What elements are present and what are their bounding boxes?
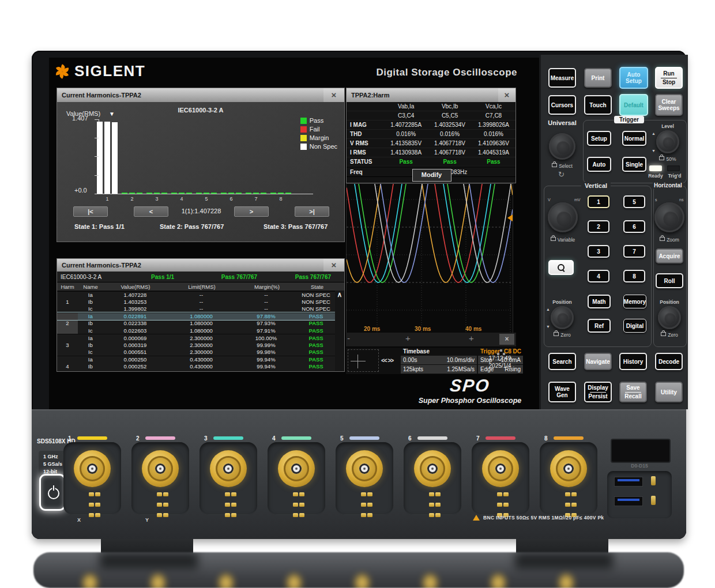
horizontal-group-label: Horizontal <box>653 182 683 189</box>
print-button[interactable]: Print <box>584 68 612 88</box>
decode-button[interactable]: Decode <box>655 353 683 370</box>
table-row[interactable]: Ic1.399802----NON SPEC <box>57 305 335 312</box>
nav-next-button[interactable]: > <box>234 206 269 217</box>
run-stop-button[interactable]: Run Stop <box>655 67 683 89</box>
measure-button[interactable]: Measure <box>548 68 576 88</box>
harm-measure-titlebar: TPPA2:Harm × <box>347 88 515 102</box>
x-tick-label: 3 <box>151 196 163 202</box>
touch-button[interactable]: Touch <box>584 95 612 115</box>
col-margin: Margin(%) <box>236 284 298 290</box>
waveform-trace <box>347 184 513 282</box>
ref-button[interactable]: Ref <box>588 319 611 333</box>
memory-button[interactable]: Memory <box>623 295 646 308</box>
horizontal-scale-knob[interactable] <box>654 202 684 232</box>
select-label: Select <box>545 163 579 169</box>
roll-button[interactable]: Roll <box>656 273 683 288</box>
time-label-40ms: 40 ms <box>465 326 481 332</box>
channel-2-button[interactable]: 2 <box>588 220 609 233</box>
universal-knob[interactable] <box>549 133 575 160</box>
trigger-normal-button[interactable]: Normal <box>622 131 646 146</box>
table-row[interactable]: Ia0.0228911.08000097.88%PASS <box>57 312 335 320</box>
table-row[interactable]: 4Ib0.0002520.43000099.94%PASS <box>57 363 335 370</box>
wave-gen-button[interactable]: Wave Gen <box>548 382 576 402</box>
harmonic-bar <box>228 193 234 194</box>
timebase-panel[interactable]: Timebase 0.00s 10.0ms/div 125kpts 1.25MS… <box>401 348 477 374</box>
siglent-pinwheel-icon <box>54 63 71 80</box>
x-tick-label: 7 <box>250 196 262 202</box>
power-button[interactable] <box>39 474 66 511</box>
close-icon[interactable]: × <box>499 334 514 345</box>
channel-5-button[interactable]: 5 <box>623 195 645 208</box>
trigger-auto-button[interactable]: Auto <box>587 157 611 172</box>
cursors-button[interactable]: Cursors <box>548 95 576 115</box>
table-row[interactable]: Ic0.0005512.30000099.98%PASS <box>57 349 335 356</box>
math-button[interactable]: Math <box>588 295 611 308</box>
table-row[interactable]: Ic0.0000320.43000099.99%PASS <box>57 370 335 371</box>
channel-6-button[interactable]: 6 <box>623 220 645 233</box>
digital-io-block: D0-D15 <box>603 435 676 522</box>
channel-3-button[interactable]: 3 <box>588 245 609 258</box>
vertical-position-knob[interactable] <box>551 306 574 329</box>
probe-contacts <box>225 489 240 521</box>
table-row[interactable]: Ic0.0226031.08000097.91%PASS <box>57 327 335 334</box>
horizontal-position-knob[interactable] <box>658 306 681 329</box>
close-icon[interactable]: × <box>323 259 344 272</box>
clear-sweeps-button[interactable]: Clear Sweeps <box>655 94 683 116</box>
channel-4-button[interactable]: 4 <box>588 270 609 282</box>
waveform-display[interactable]: 20 ms 30 ms 40 ms <box>346 183 513 346</box>
digital-connector <box>611 439 671 463</box>
channel-sub-label: X <box>77 517 81 523</box>
trigger-setup-button[interactable]: Setup <box>587 131 611 146</box>
save-recall-button[interactable]: Save Recall <box>619 382 647 402</box>
arrow-up-icon: ▲ <box>652 131 656 135</box>
window-title: Current Harmonics-TPPA2 <box>57 88 322 102</box>
channel-7-button[interactable]: 7 <box>623 245 645 258</box>
pan-arrows[interactable]: << >> <box>381 357 393 364</box>
table-scrollbar[interactable]: ∧ <box>335 291 344 371</box>
channel-8-button[interactable]: 8 <box>623 270 645 282</box>
trigger-position-icon[interactable] <box>507 214 513 221</box>
probe-contacts <box>89 489 104 521</box>
scroll-up-icon[interactable]: ∧ <box>335 291 344 299</box>
history-button[interactable]: History <box>619 353 647 370</box>
bnc-reflection <box>491 574 506 588</box>
zoom-label: Zoom <box>655 237 684 243</box>
channel-1-button[interactable]: 1 <box>588 195 609 208</box>
bnc-channel-7: 7 <box>472 435 529 523</box>
display-persist-button[interactable]: Display Persist <box>584 382 612 402</box>
table-row[interactable]: Ia1.407228----NON SPEC <box>57 291 335 298</box>
trigger-level-knob[interactable] <box>656 130 679 153</box>
nav-first-button[interactable]: |< <box>73 206 108 217</box>
bnc-recess <box>472 442 529 515</box>
acquire-button[interactable]: Acquire <box>656 248 683 263</box>
table-row[interactable]: Ia0.0000692.300000100.00%PASS <box>57 334 335 341</box>
harm-measure-body: Vab,Ia Vbc,Ib Vca,Ic C3,C4 C5,C5 C7,C8 I… <box>347 102 515 183</box>
search-button[interactable]: Search <box>548 353 576 370</box>
trigd-label: Trig'd <box>665 173 684 179</box>
harmonics-table-body: Ia1.407228----NON SPEC1Ib1.403253----NON… <box>57 291 335 371</box>
waveform-thumbnail[interactable] <box>348 349 379 372</box>
zoom-search-button[interactable] <box>548 260 574 275</box>
bnc-connector <box>278 450 315 487</box>
table-row[interactable]: 2Ib0.0223381.08000097.93%PASS <box>57 320 335 327</box>
measure-row: I RMS1.4130938A1.4067718V1.4045319A <box>347 148 515 157</box>
table-row[interactable]: Ia0.0002500.43000099.94%PASS <box>57 356 335 363</box>
default-button[interactable]: Default <box>619 94 648 116</box>
modify-button[interactable]: Modify <box>412 169 451 182</box>
measure-header-row-bottom: C3,C4 C5,C5 C7,C8 <box>347 111 515 120</box>
nav-prev-button[interactable]: < <box>134 206 168 217</box>
digital-button[interactable]: Digital <box>623 319 646 333</box>
utility-button[interactable]: Utility <box>655 382 683 402</box>
nav-last-button[interactable]: >| <box>295 206 329 217</box>
x-tick-label: 5 <box>201 196 212 202</box>
trigger-single-button[interactable]: Single <box>622 157 646 172</box>
close-icon[interactable]: × <box>498 88 515 102</box>
table-row[interactable]: 1Ib1.403253----NON SPEC <box>57 298 335 305</box>
table-row[interactable]: 3Ib0.0003192.30000099.99%PASS <box>57 341 335 348</box>
close-icon[interactable]: × <box>323 88 344 102</box>
measure-row: I MAG1.4072285A1.4032534V1.3998026A <box>347 120 515 130</box>
navigate-button[interactable]: Navigate <box>584 353 612 370</box>
vertical-scale-knob[interactable] <box>548 202 578 232</box>
auto-setup-button[interactable]: Auto Setup <box>619 67 648 89</box>
y-tick <box>95 156 99 157</box>
